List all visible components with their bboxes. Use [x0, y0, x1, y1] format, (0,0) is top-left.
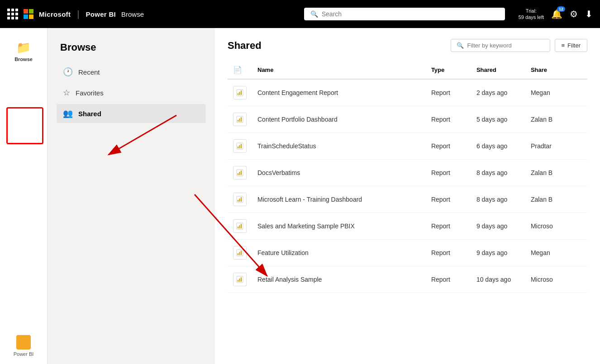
table-row[interactable]: Feature Utilization Report 9 days ago Me… — [228, 240, 587, 266]
filter-search-icon: 🔍 — [457, 42, 464, 49]
sidebar-item-recent[interactable]: 🕐 Recent — [57, 62, 206, 81]
svg-rect-31 — [241, 251, 242, 255]
svg-rect-29 — [238, 253, 238, 255]
app-launcher-button[interactable] — [7, 9, 18, 19]
row-type: Report — [426, 79, 471, 106]
report-icon — [233, 139, 247, 153]
brand-label: Microsoft — [39, 10, 71, 18]
row-icon-cell — [228, 106, 252, 133]
svg-rect-14 — [239, 145, 240, 148]
filter-input[interactable] — [467, 42, 544, 49]
row-type: Report — [426, 240, 471, 266]
page-label: Browse — [121, 10, 144, 18]
svg-rect-35 — [241, 277, 242, 282]
row-icon-cell — [228, 240, 252, 266]
svg-rect-30 — [239, 252, 240, 255]
col-header-icon: 📄 — [228, 61, 252, 79]
table-row[interactable]: DocsVerbatims Report 8 days ago Zalan B — [228, 160, 587, 186]
row-icon-cell — [228, 266, 252, 293]
row-name[interactable]: Feature Utilization — [252, 240, 426, 266]
search-input[interactable] — [322, 10, 499, 18]
row-name[interactable]: DocsVerbatims — [252, 160, 426, 186]
row-shared: 2 days ago — [471, 79, 525, 106]
nav-browse[interactable]: 📁 Browse — [5, 37, 42, 66]
col-header-shared[interactable]: Shared — [471, 61, 525, 79]
sidebar: Browse 🕐 Recent ☆ Favorites 👥 Shared — [48, 28, 215, 364]
row-icon-cell — [228, 213, 252, 240]
leftnav: 📁 Browse Power BI — [0, 28, 48, 364]
row-name[interactable]: Content Engagement Report — [252, 79, 426, 106]
row-name[interactable]: TrainScheduleStatus — [252, 133, 426, 160]
powerbi-label: Power BI — [86, 10, 116, 18]
row-sharedby: Megan — [525, 79, 587, 106]
row-icon-cell — [228, 79, 252, 106]
row-sharedby: Pradtar — [525, 133, 587, 160]
main-layout: 📁 Browse Power BI Browse 🕐 Recent ☆ Favo… — [0, 28, 600, 364]
trial-badge: Trial: 59 days left — [519, 8, 544, 21]
row-type: Report — [426, 160, 471, 186]
table-header-row: 📄 Name Type Shared Share — [228, 61, 587, 79]
file-icon: 📄 — [233, 66, 242, 74]
filter-input-wrapper[interactable]: 🔍 — [451, 39, 550, 52]
row-name[interactable]: Microsoft Learn - Training Dashboard — [252, 186, 426, 213]
row-icon-cell — [228, 186, 252, 213]
col-header-sharedby[interactable]: Share — [525, 61, 587, 79]
report-icon — [233, 273, 247, 286]
svg-rect-18 — [239, 172, 240, 175]
powerbi-icon — [16, 335, 31, 350]
topbar: Microsoft | Power BI Browse 🔍 Trial: 59 … — [0, 0, 600, 28]
sidebar-item-shared[interactable]: 👥 Shared — [57, 104, 206, 123]
row-name[interactable]: Retail Analysis Sample — [252, 266, 426, 293]
search-bar[interactable]: 🔍 — [304, 8, 505, 20]
svg-rect-1 — [23, 340, 24, 346]
filter-button-label: Filter — [567, 42, 581, 49]
filter-button[interactable]: ≡ Filter — [555, 39, 587, 52]
svg-rect-2 — [25, 339, 27, 346]
shared-icon: 👥 — [63, 109, 73, 118]
col-header-name[interactable]: Name — [252, 61, 426, 79]
svg-rect-23 — [241, 197, 242, 202]
sidebar-shared-label: Shared — [78, 110, 101, 118]
report-icon — [233, 219, 247, 233]
svg-rect-10 — [239, 118, 240, 122]
svg-rect-26 — [239, 225, 240, 228]
svg-rect-27 — [241, 224, 242, 228]
table-row[interactable]: Content Portfolio Dashboard Report 5 day… — [228, 106, 587, 133]
row-icon-cell — [228, 160, 252, 186]
row-shared: 9 days ago — [471, 213, 525, 240]
filter-lines-icon: ≡ — [562, 42, 565, 49]
svg-rect-15 — [241, 144, 242, 148]
sidebar-item-favorites[interactable]: ☆ Favorites — [57, 83, 206, 102]
svg-rect-25 — [238, 227, 238, 228]
table-row[interactable]: Content Engagement Report Report 2 days … — [228, 79, 587, 106]
download-icon[interactable]: ⬇ — [585, 9, 593, 19]
table-row[interactable]: Microsoft Learn - Training Dashboard Rep… — [228, 186, 587, 213]
table-row[interactable]: Sales and Marketing Sample PBIX Report 9… — [228, 213, 587, 240]
favorites-icon: ☆ — [63, 88, 70, 98]
row-type: Report — [426, 213, 471, 240]
svg-rect-21 — [238, 200, 238, 202]
svg-rect-13 — [238, 147, 238, 148]
row-shared: 5 days ago — [471, 106, 525, 133]
browse-folder-icon: 📁 — [16, 41, 31, 55]
row-name[interactable]: Sales and Marketing Sample PBIX — [252, 213, 426, 240]
report-icon — [233, 246, 247, 260]
col-header-type[interactable]: Type — [426, 61, 471, 79]
notifications-button[interactable]: 🔔 12 — [551, 9, 562, 19]
nav-browse-label: Browse — [14, 57, 33, 62]
row-type: Report — [426, 106, 471, 133]
report-icon — [233, 86, 247, 99]
report-icon — [233, 193, 247, 206]
topbar-right: Trial: 59 days left 🔔 12 ⚙ ⬇ — [519, 8, 593, 21]
settings-icon[interactable]: ⚙ — [570, 9, 578, 19]
svg-rect-22 — [239, 199, 240, 202]
svg-rect-9 — [238, 120, 238, 122]
svg-rect-11 — [241, 117, 242, 122]
row-name[interactable]: Content Portfolio Dashboard — [252, 106, 426, 133]
row-sharedby: Microso — [525, 266, 587, 293]
table-row[interactable]: TrainScheduleStatus Report 6 days ago Pr… — [228, 133, 587, 160]
row-type: Report — [426, 266, 471, 293]
row-shared: 8 days ago — [471, 160, 525, 186]
svg-rect-19 — [241, 170, 242, 175]
table-row[interactable]: Retail Analysis Sample Report 10 days ag… — [228, 266, 587, 293]
